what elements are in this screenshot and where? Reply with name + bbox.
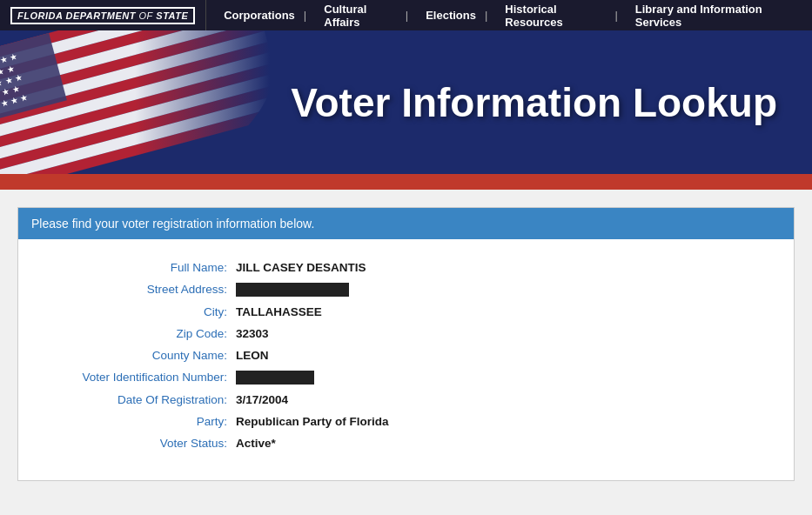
flag-graphic: ★ ★ ★ ★ ★ ★ ★ ★ ★ ★ ★ ★ ★ ★ ★ ★ ★ ★ ★ ★ … [0,30,270,174]
svg-rect-21 [0,30,270,174]
nav-library[interactable]: Library and Information Services [627,0,812,30]
nav-historical-resources[interactable]: Historical Resources [496,0,626,30]
nav-links-container: Corporations Cultural Affairs Elections … [206,0,812,30]
main-content: Please find your voter registration info… [0,190,812,515]
field-label-county: County Name: [44,349,236,362]
field-label-fullname: Full Name: [44,261,236,274]
nav-cultural-affairs[interactable]: Cultural Affairs [315,0,417,30]
info-panel-header: Please find your voter registration info… [18,208,794,239]
table-row: Full Name: JILL CASEY DESANTIS [44,257,768,278]
field-label-voter-id: Voter Identification Number: [44,371,236,384]
field-value-reg-date: 3/17/2004 [236,393,288,406]
voter-data-table: Full Name: JILL CASEY DESANTIS Street Ad… [44,257,768,454]
hero-banner: ★ ★ ★ ★ ★ ★ ★ ★ ★ ★ ★ ★ ★ ★ ★ ★ ★ ★ ★ ★ … [0,30,812,174]
field-label-zip: Zip Code: [44,327,236,340]
info-panel-body: Full Name: JILL CASEY DESANTIS Street Ad… [18,239,794,480]
top-navigation: Florida Department of State Corporations… [0,0,812,30]
field-value-fullname: JILL CASEY DESANTIS [236,261,366,274]
info-panel: Please find your voter registration info… [17,207,795,481]
table-row: Street Address: [44,278,768,301]
table-row: Zip Code: 32303 [44,323,768,344]
table-row: City: TALLAHASSEE [44,301,768,323]
field-label-city: City: [44,305,236,318]
field-value-party: Republican Party of Florida [236,415,389,428]
field-label-reg-date: Date Of Registration: [44,393,236,406]
field-value-county: LEON [236,349,269,362]
nav-elections[interactable]: Elections [417,0,496,30]
table-row: Voter Status: Active* [44,432,768,454]
field-value-address-redacted [236,283,349,297]
field-value-zip: 32303 [236,327,269,340]
logo-text: Florida Department of State [10,7,195,24]
table-row: County Name: LEON [44,344,768,366]
field-value-city: TALLAHASSEE [236,305,322,318]
hero-title: Voter Information Lookup [291,79,777,126]
field-label-status: Voter Status: [44,437,236,450]
florida-dos-logo[interactable]: Florida Department of State [0,0,206,30]
field-label-party: Party: [44,415,236,428]
nav-corporations[interactable]: Corporations [215,0,315,30]
table-row: Voter Identification Number: [44,366,768,389]
table-row: Party: Republican Party of Florida [44,411,768,432]
field-value-status: Active* [236,437,276,450]
table-row: Date Of Registration: 3/17/2004 [44,389,768,411]
field-label-address: Street Address: [44,283,236,296]
field-value-voter-id-redacted [236,371,314,385]
hero-red-bar [0,174,812,190]
